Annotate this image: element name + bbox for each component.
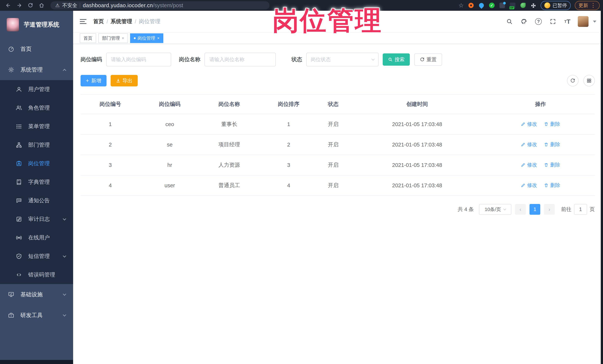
close-icon[interactable]: ×: [122, 36, 124, 41]
close-icon[interactable]: ×: [157, 36, 160, 41]
tab-home[interactable]: 首页: [80, 33, 96, 43]
github-icon[interactable]: [520, 17, 528, 26]
sidebar-toggle-hamburger-icon[interactable]: [80, 19, 86, 24]
sidebar-item-menus[interactable]: 菜单管理: [0, 117, 73, 136]
table-header-row: 岗位编号 岗位编码 岗位名称 岗位排序 状态 创建时间 操作: [81, 94, 595, 114]
menu-list-icon: [15, 123, 23, 130]
profile-avatar-emoji: [544, 2, 550, 8]
extension-orange-ring-icon[interactable]: [468, 2, 474, 9]
forward-icon[interactable]: [14, 1, 24, 10]
sidebar-item-departments[interactable]: 部门管理: [0, 136, 73, 154]
edit-link[interactable]: 修改: [521, 162, 537, 168]
sidebar-item-sms[interactable]: 短信管理: [0, 247, 73, 265]
post-code-input[interactable]: [106, 53, 171, 66]
status-select[interactable]: 岗位状态: [306, 53, 379, 66]
browser-toolbar: ⚠ 不安全 dashboard.yudao.iocoder.cn/system/…: [0, 0, 603, 11]
extension-blue-pin-icon[interactable]: [478, 2, 485, 9]
user-avatar[interactable]: [578, 16, 589, 27]
profile-paused-chip[interactable]: 已暂停: [541, 1, 571, 10]
chevron-down-icon: [503, 207, 506, 210]
breadcrumb-current: 岗位管理: [139, 18, 160, 25]
page-size-select[interactable]: 10条/页: [479, 204, 511, 215]
sidebar-item-audit-log[interactable]: 审计日志: [0, 210, 73, 229]
font-size-icon[interactable]: TT: [563, 17, 571, 26]
chevron-down-icon: [63, 292, 66, 296]
app-logo[interactable]: 芋道管理系统: [0, 11, 73, 39]
next-page-button[interactable]: ›: [544, 204, 555, 215]
export-button[interactable]: 导出: [111, 75, 138, 86]
post-badge-icon: [15, 160, 23, 167]
tab-departments[interactable]: 部门管理 ×: [98, 33, 128, 43]
announcement-icon: [15, 197, 23, 204]
security-label[interactable]: 不安全: [62, 2, 77, 9]
chevron-down-icon: [371, 57, 375, 61]
sidebar-collapse-bar[interactable]: [0, 360, 73, 364]
browser-update-button[interactable]: 更新 ⋮: [575, 1, 600, 10]
page-unit-label: 页: [590, 206, 595, 213]
chevron-down-icon: [63, 313, 66, 316]
chevron-down-icon: [63, 254, 66, 257]
tabs-bar: 首页 部门管理 × 岗位管理 ×: [73, 33, 603, 44]
breadcrumb: 首页 / 系统管理 / 岗位管理: [93, 18, 160, 25]
online-users-icon: [15, 234, 23, 242]
refresh-button[interactable]: [567, 75, 579, 86]
edit-link[interactable]: 修改: [521, 141, 537, 148]
sidebar-item-dev-tools[interactable]: 研发工具: [0, 305, 73, 326]
prev-page-button[interactable]: ‹: [515, 204, 526, 215]
pagination: 共 4 条 10条/页 ‹ 1 › 前往 页: [81, 204, 595, 215]
extension-gif-icon[interactable]: GIF: [510, 2, 516, 9]
tab-posts[interactable]: 岗位管理 ×: [130, 33, 163, 43]
browser-menu-kebab-icon[interactable]: ⋮: [590, 3, 596, 8]
sidebar-item-error-codes[interactable]: 错误码管理: [0, 265, 73, 284]
goto-page-input[interactable]: [574, 204, 587, 215]
sidebar-item-users[interactable]: 用户管理: [0, 80, 73, 99]
window-scrollbar[interactable]: [601, 11, 603, 364]
delete-link[interactable]: 删除: [544, 182, 560, 188]
paused-label: 已暂停: [553, 2, 567, 9]
back-icon[interactable]: [3, 1, 13, 10]
column-settings-button[interactable]: [583, 75, 595, 86]
add-button[interactable]: + 新增: [81, 75, 106, 86]
search-button[interactable]: 搜索: [383, 53, 410, 66]
sidebar-item-system[interactable]: 系统管理: [0, 59, 73, 80]
reload-icon[interactable]: [26, 1, 35, 10]
sms-shield-icon: [15, 253, 23, 260]
breadcrumb-home[interactable]: 首页: [93, 18, 104, 25]
sidebar-submenu-system: 用户管理 角色管理 菜单管理 部门管理 岗位管理 字典管理: [0, 80, 73, 284]
sidebar-item-posts[interactable]: 岗位管理: [0, 154, 73, 173]
extension-plant-icon[interactable]: [520, 2, 526, 9]
search-icon[interactable]: [505, 17, 513, 26]
edit-link[interactable]: 修改: [521, 121, 537, 127]
sidebar-item-home[interactable]: 首页: [0, 39, 73, 59]
delete-link[interactable]: 删除: [544, 121, 560, 127]
address-bar[interactable]: ⚠ 不安全 dashboard.yudao.iocoder.cn/system/…: [50, 1, 269, 10]
bookmark-star-icon[interactable]: ☆: [458, 2, 464, 9]
delete-link[interactable]: 删除: [544, 162, 560, 168]
extension-settings-icon[interactable]: [499, 2, 505, 9]
not-secure-warning-icon: ⚠: [55, 3, 59, 8]
avatar-caret-down-icon[interactable]: [593, 21, 596, 23]
sidebar-item-online-users[interactable]: 在线用户: [0, 229, 73, 247]
post-name-label: 岗位名称: [179, 56, 200, 63]
help-icon[interactable]: ?: [534, 17, 543, 26]
delete-link[interactable]: 删除: [544, 141, 560, 148]
extension-green-check-icon[interactable]: ✓: [489, 2, 495, 9]
table-row: 1 ceo 董事长 1 开启 2021-01-05 17:03:48 修改 删除: [81, 114, 595, 134]
url-path[interactable]: /system/post: [153, 2, 183, 8]
sidebar-item-roles[interactable]: 角色管理: [0, 99, 73, 117]
table-row: 4 user 普通员工 4 开启 2021-01-05 17:03:48 修改 …: [81, 175, 595, 196]
reset-button[interactable]: 重置: [414, 53, 442, 66]
current-page-button[interactable]: 1: [530, 204, 540, 215]
extensions-puzzle-icon[interactable]: [530, 2, 536, 9]
post-name-input[interactable]: [205, 53, 276, 66]
breadcrumb-system[interactable]: 系统管理: [111, 18, 132, 25]
fullscreen-icon[interactable]: [549, 17, 557, 26]
edit-link[interactable]: 修改: [521, 182, 537, 188]
sidebar-item-dictionary[interactable]: 字典管理: [0, 173, 73, 191]
home-icon[interactable]: [37, 1, 46, 10]
table-row: 2 se 项目经理 2 开启 2021-01-05 17:03:48 修改 删除: [81, 134, 595, 155]
url-host[interactable]: dashboard.yudao.iocoder.cn: [83, 2, 153, 8]
status-value: 开启: [318, 114, 348, 134]
sidebar-item-infrastructure[interactable]: 基础设施: [0, 284, 73, 305]
sidebar-item-notices[interactable]: 通知公告: [0, 191, 73, 210]
